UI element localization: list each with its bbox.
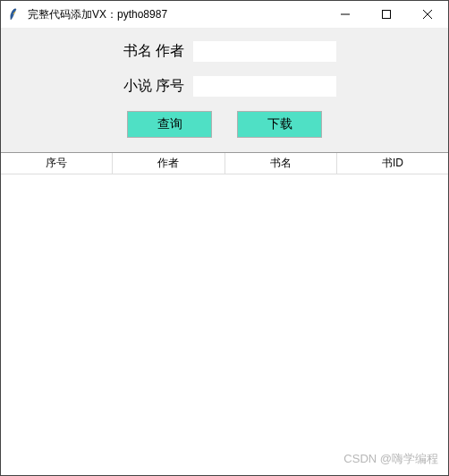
table-header-row: 序号 作者 书名 书ID — [1, 153, 448, 174]
table-header-index[interactable]: 序号 — [1, 153, 113, 174]
app-icon — [8, 7, 22, 21]
button-row: 查询 下载 — [1, 111, 448, 138]
form-panel: 书名 作者 小说 序号 查询 下载 — [1, 29, 448, 152]
table-body[interactable] — [1, 174, 448, 475]
minimize-button[interactable] — [325, 1, 366, 28]
app-window: 完整代码添加VX：pytho8987 书名 作者 小说 序号 查询 下载 — [0, 0, 449, 476]
table-header-bookid[interactable]: 书ID — [337, 153, 448, 174]
query-button[interactable]: 查询 — [127, 111, 212, 138]
novel-index-input[interactable] — [193, 76, 336, 97]
form-row-book-author: 书名 作者 — [1, 41, 448, 62]
window-title: 完整代码添加VX：pytho8987 — [28, 7, 325, 22]
download-button[interactable]: 下载 — [237, 111, 322, 138]
table-header-title[interactable]: 书名 — [225, 153, 337, 174]
book-author-label: 书名 作者 — [113, 42, 184, 61]
table-header-author[interactable]: 作者 — [113, 153, 224, 174]
window-controls — [325, 1, 448, 28]
book-author-input[interactable] — [193, 41, 336, 62]
results-table: 序号 作者 书名 书ID — [1, 152, 448, 475]
titlebar: 完整代码添加VX：pytho8987 — [1, 1, 448, 29]
form-row-novel-index: 小说 序号 — [1, 76, 448, 97]
novel-index-label: 小说 序号 — [113, 77, 184, 96]
close-button[interactable] — [407, 1, 448, 28]
svg-rect-1 — [383, 11, 391, 19]
maximize-button[interactable] — [366, 1, 407, 28]
